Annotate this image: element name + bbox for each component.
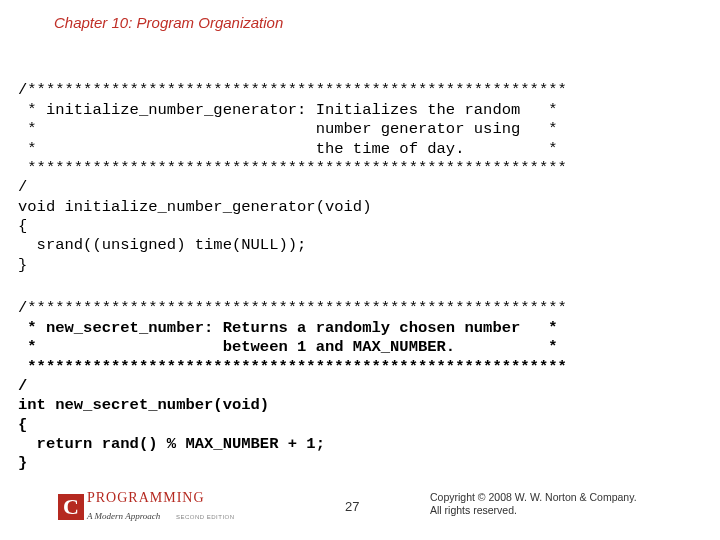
code-line: ****************************************… xyxy=(18,358,567,376)
code-line: { xyxy=(18,416,27,434)
logo-text: PROGRAMMING A Modern Approach SECOND EDI… xyxy=(87,490,235,524)
code-line: / xyxy=(18,178,27,196)
book-logo: C PROGRAMMING A Modern Approach SECOND E… xyxy=(58,490,235,524)
code-line: * between 1 and MAX_NUMBER. * xyxy=(18,338,558,356)
code-block-initialize: /***************************************… xyxy=(18,62,567,275)
logo-c-icon: C xyxy=(58,494,84,520)
code-line: void initialize_number_generator(void) xyxy=(18,198,371,216)
code-line: ****************************************… xyxy=(18,159,567,177)
code-line: * the time of day. * xyxy=(18,140,558,158)
page-number: 27 xyxy=(345,499,359,514)
code-line: { xyxy=(18,217,27,235)
code-line: int new_secret_number(void) xyxy=(18,396,269,414)
code-line: / xyxy=(18,377,27,395)
code-line: /***************************************… xyxy=(18,81,567,99)
code-line: } xyxy=(18,256,27,274)
code-line: /***************************************… xyxy=(18,299,567,317)
code-line: return rand() % MAX_NUMBER + 1; xyxy=(18,435,325,453)
code-line: * initialize_number_generator: Initializ… xyxy=(18,101,558,119)
code-line: * number generator using * xyxy=(18,120,558,138)
logo-edition: SECOND EDITION xyxy=(176,514,235,520)
copyright-line: Copyright © 2008 W. W. Norton & Company. xyxy=(430,491,637,505)
logo-subtitle: A Modern Approach xyxy=(87,511,160,521)
chapter-title: Chapter 10: Program Organization xyxy=(54,14,283,31)
code-line: srand((unsigned) time(NULL)); xyxy=(18,236,306,254)
code-block-new-secret-number: /***************************************… xyxy=(18,280,567,474)
code-line: * new_secret_number: Returns a randomly … xyxy=(18,319,558,337)
code-line: } xyxy=(18,454,27,472)
slide-footer: C PROGRAMMING A Modern Approach SECOND E… xyxy=(0,482,720,526)
copyright-line: All rights reserved. xyxy=(430,504,637,518)
logo-main: PROGRAMMING xyxy=(87,490,235,506)
copyright: Copyright © 2008 W. W. Norton & Company.… xyxy=(430,491,637,518)
